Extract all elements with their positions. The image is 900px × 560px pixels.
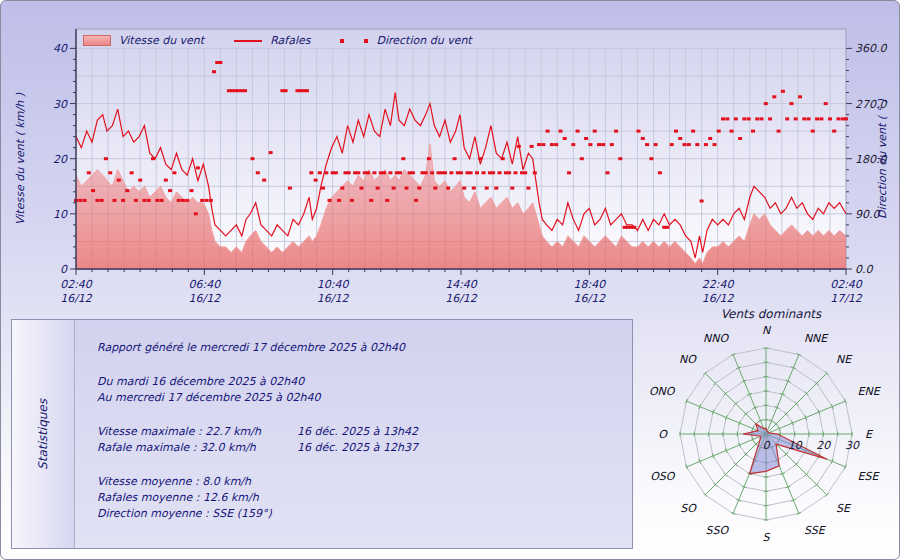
rose-compass-label: E <box>865 428 874 441</box>
rose-compass-label: NNO <box>703 332 729 345</box>
mean-speed-line: Vitesse moyenne : 8.0 km/h <box>97 474 622 490</box>
statistics-body: Rapport généré le mercredi 17 décembre 2… <box>75 320 632 548</box>
left-axis-tick-label: 30 <box>53 98 68 111</box>
max-gust-row: Rafale maximale : 32.0 km/h 16 déc. 2025… <box>97 440 622 456</box>
legend-gust-label: Rafales <box>270 34 310 47</box>
x-axis-date-label: 16/12 <box>445 292 478 305</box>
legend-item-direction: Direction du vent <box>340 34 471 47</box>
max-speed-row: Vitesse maximale : 22.7 km/h 16 déc. 202… <box>97 424 622 440</box>
rose-compass-label: ENE <box>858 385 882 398</box>
legend-direction-label: Direction du vent <box>376 34 471 47</box>
rose-compass-label: ESE <box>858 470 881 483</box>
rose-compass-label: SO <box>680 502 697 515</box>
statistics-side-tab: Statistiques <box>12 320 75 548</box>
x-axis-time-label: 18:40 <box>573 278 606 291</box>
legend-item-speed: Vitesse du vent <box>83 34 204 47</box>
wind-report-window: 0102030400.090.0180.0270.0360.002:4016/1… <box>0 0 900 560</box>
speed-area-swatch-icon <box>83 35 111 46</box>
gust-line-swatch-icon <box>234 40 262 42</box>
chart-legend: Vitesse du vent Rafales Direction du ven… <box>83 34 502 47</box>
rose-radial-label: 30 <box>845 439 860 452</box>
report-generated-line: Rapport généré le mercredi 17 décembre 2… <box>97 340 622 356</box>
rose-compass-label: NNE <box>804 332 829 345</box>
max-speed-date: 16 déc. 2025 à 13h42 <box>297 424 418 440</box>
rose-radial-label: 10 <box>788 439 803 452</box>
x-axis-time-label: 02:40 <box>830 278 863 291</box>
x-axis-date-label: 16/12 <box>188 292 221 305</box>
statistics-panel: Statistiques Rapport généré le mercredi … <box>11 319 633 549</box>
mean-direction-line: Direction moyenne : SSE (159°) <box>97 506 622 522</box>
x-axis-date-label: 16/12 <box>60 292 93 305</box>
period-to-line: Au mercredi 17 décembre 2025 à 02h40 <box>97 390 622 406</box>
rose-radial-label: 20 <box>816 439 831 452</box>
x-axis-time-label: 02:40 <box>60 278 93 291</box>
x-axis-date-label: 16/12 <box>317 292 350 305</box>
left-axis-tick-label: 10 <box>53 208 68 221</box>
legend-item-gust: Rafales <box>234 34 310 47</box>
legend-speed-label: Vitesse du vent <box>119 34 204 47</box>
right-axis-tick-label: 0.0 <box>855 263 873 276</box>
x-axis-time-label: 22:40 <box>702 278 735 291</box>
x-axis-date-label: 16/12 <box>702 292 735 305</box>
statistics-side-label: Statistiques <box>36 399 50 470</box>
rose-compass-label: S <box>763 531 771 544</box>
rose-radial-label: 0 <box>763 439 771 452</box>
rose-compass-label: N <box>762 324 772 337</box>
direction-point-swatch-icon <box>364 39 368 43</box>
rose-compass-label: NE <box>836 353 853 366</box>
rose-compass-label: O <box>658 428 668 441</box>
rose-compass-label: OSO <box>650 470 676 483</box>
rose-compass-label: NO <box>679 353 697 366</box>
left-axis-tick-label: 40 <box>53 42 68 55</box>
x-axis-date-label: 16/12 <box>573 292 606 305</box>
x-axis-date-label: 17/12 <box>830 292 863 305</box>
left-axis-tick-label: 20 <box>53 153 68 166</box>
max-speed-value: Vitesse maximale : 22.7 km/h <box>97 425 261 438</box>
left-axis-tick-label: 0 <box>60 263 68 276</box>
x-axis-time-label: 06:40 <box>188 278 221 291</box>
rose-compass-label: SSE <box>804 524 827 537</box>
rose-compass-label: ONO <box>649 385 676 398</box>
x-axis-time-label: 14:40 <box>445 278 478 291</box>
wind-speed-direction-chart: 0102030400.090.0180.0270.0360.002:4016/1… <box>1 1 900 313</box>
rose-compass-label: SSO <box>705 524 729 537</box>
rose-compass-label: SE <box>836 502 852 515</box>
period-from-line: Du mardi 16 décembre 2025 à 02h40 <box>97 374 622 390</box>
left-axis-title: Vitesse du vent ( km/h ) <box>14 49 28 269</box>
x-axis-time-label: 10:40 <box>317 278 350 291</box>
rose-data-polygon <box>743 424 827 474</box>
max-gust-value: Rafale maximale : 32.0 km/h <box>97 441 256 454</box>
direction-point-swatch-icon <box>340 39 344 43</box>
max-gust-date: 16 déc. 2025 à 12h37 <box>297 440 418 456</box>
mean-gust-line: Rafales moyenne : 12.6 km/h <box>97 490 622 506</box>
wind-rose: NNNENEENEEESESESSESSSOSOOSOOONONONNO0102… <box>641 316 900 560</box>
right-axis-title: Direction du vent ( ° ) <box>876 49 890 269</box>
